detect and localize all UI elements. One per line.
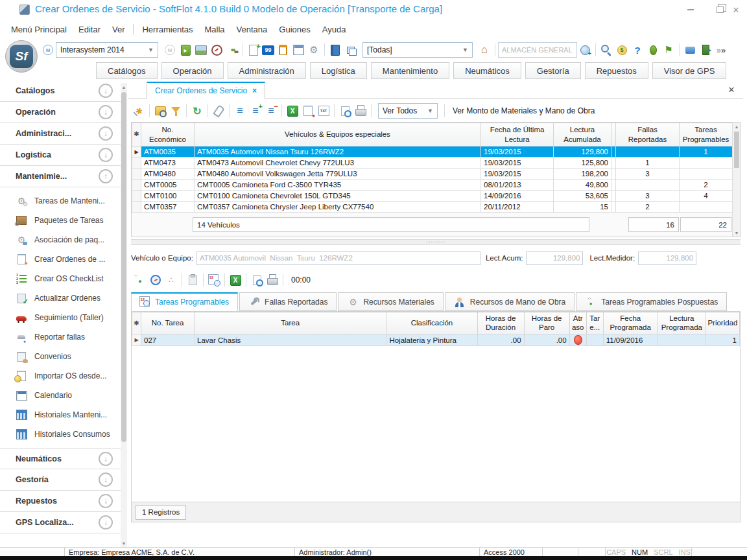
cell-no[interactable]: ATM0480 [141,169,195,180]
new-document-icon[interactable] [246,43,261,57]
tab-mantenimiento[interactable]: Mantenimiento [371,62,449,79]
col-tare[interactable]: Tare... [586,312,603,334]
menu-ayuda[interactable]: Ayuda [316,23,352,36]
route-points-icon[interactable] [164,273,178,287]
col-fecha-ultima-lectura[interactable]: Fecha de Última Lectura [481,123,554,146]
expand-groups-icon[interactable] [248,104,263,118]
sidebar-item-calendario[interactable]: Calendario [0,386,121,405]
menu-guiones[interactable]: Guiones [273,23,316,36]
search-folder-icon[interactable] [153,104,167,118]
tab-administracion[interactable]: Administración [228,62,306,79]
col-clasificacion[interactable]: Clasificación [386,312,477,334]
export-txt-icon[interactable] [316,104,331,118]
tab-visor-gps[interactable]: Visor de GPS [652,62,727,79]
cell-lectura[interactable]: 129,800 [554,146,611,158]
toolbar-overflow-icon[interactable]: » [714,43,728,57]
cell-fecha[interactable]: 19/03/2015 [481,158,554,169]
cell-desc[interactable]: ATM0480 Automovil Volkswagen Jetta 779UL… [195,169,481,180]
tab-recursos-mano-obra[interactable]: Recursos de Mano de Obra [445,292,575,311]
row-indicator-header[interactable]: ✱ [132,123,141,146]
export-excel-icon[interactable] [228,273,243,287]
cell-lectura[interactable]: 125,800 [554,158,611,169]
schedule-clock-icon[interactable] [148,273,163,287]
print-icon[interactable] [353,104,368,118]
col-fecha-programada[interactable]: Fecha Programada [603,312,658,334]
cell-desc[interactable]: ATM0473 Automovil Chevrolet Chevy 772ULU… [195,158,481,169]
view-filter-select[interactable]: Ver Todos ▼ [378,103,438,119]
cell-atraso[interactable] [569,334,586,346]
tab-logistica[interactable]: Logística [310,62,367,79]
filter-icon[interactable] [169,104,183,118]
attachment-icon[interactable] [211,104,226,118]
sidebar-item-paquetes-tareas[interactable]: Paquetes de Tareas [0,211,121,230]
cell-desc[interactable]: ATM0035 Automovil Nissan Tsuru 126RWZ2 [195,146,481,158]
sidebar-item-importar-os[interactable]: Importar OS desde... [0,366,121,386]
cell-no[interactable]: CMT0100 [141,191,195,202]
cell-fecha[interactable]: 19/03/2015 [481,169,554,180]
cell-no[interactable]: ATM0035 [141,146,195,158]
cell-no[interactable]: CMT0357 [141,202,195,213]
cell-lectura[interactable]: 15 [554,202,611,213]
sidebar-scrollbar[interactable]: ▲ ▼ [121,83,127,547]
tab-close-icon[interactable]: × [252,86,257,95]
document-area-close-icon[interactable]: ✕ [726,84,737,95]
cell-tareas[interactable]: 2 [680,180,733,191]
gear-icon[interactable] [307,43,321,57]
cell-clasificacion[interactable]: Hojalateria y Pintura [386,334,477,346]
cell-fecha[interactable]: 19/03/2015 [481,146,554,158]
cell-fallas[interactable]: 1 [616,158,680,169]
tab-tareas-pospuestas[interactable]: Tareas Programables Pospuestas [576,292,727,311]
tab-recursos-materiales[interactable]: Recursos Materiales [338,292,443,311]
col-horas-duracion[interactable]: Horas de Duración [477,312,524,334]
vehicles-grid-scrollbar[interactable]: ▲ ▼ [732,122,740,237]
cell-tareas[interactable] [680,158,733,169]
tab-fallas-reportadas[interactable]: Fallas Reportadas [239,292,337,311]
col-tareas-programables[interactable]: Tareas Programables [680,123,733,146]
sidebar-section-catalogos[interactable]: Catálogos [0,80,121,102]
image-icon[interactable] [194,43,208,57]
cell-fecha[interactable]: 08/01/2013 [481,180,554,191]
tab-gestoria[interactable]: Gestoría [525,62,581,79]
tab-catalogos[interactable]: Catálogos [96,62,158,79]
lect-acum-field[interactable] [526,251,583,265]
sidebar-item-actualizar-ordenes[interactable]: Actualizar Ordenes [0,288,121,308]
vehicle-row-cmt0357[interactable]: CMT0357 CMT0357 Camioneta Chrysler Jeep … [132,202,733,213]
refresh-icon[interactable] [190,104,204,118]
tab-repuestos[interactable]: Repuestos [585,62,648,79]
row-indicator[interactable] [132,202,141,213]
vehicle-row-atm0480[interactable]: ATM0480 ATM0480 Automovil Volkswagen Jet… [132,169,733,180]
wizard-wand-icon[interactable] [132,104,146,118]
sidebar-section-neumaticos[interactable]: Neumáticos [0,448,121,469]
cell-fecha-programada[interactable]: 11/09/2016 [603,334,658,346]
expand-down-icon[interactable] [99,105,113,119]
cell-fallas[interactable] [616,146,680,158]
col-no-economico[interactable]: No. Económico [141,123,195,146]
menu-editar[interactable]: Editar [73,23,106,36]
company-select[interactable]: Interasystem 2014 ▼ [56,42,158,58]
export-excel-icon[interactable] [285,104,300,118]
sidebar-section-logistica[interactable]: Logistica [0,145,121,166]
import-icon[interactable] [178,43,193,57]
home-icon[interactable] [477,43,492,57]
row-indicator[interactable] [132,158,141,169]
col-prioridad[interactable]: Prioridad [706,312,739,334]
cell-tareas[interactable] [680,202,733,213]
grid-window-icon[interactable] [291,43,305,57]
horizontal-splitter[interactable] [131,239,741,245]
cell-fallas[interactable]: 3 [616,169,680,180]
collapse-up-icon[interactable] [99,169,113,183]
view-monto-button[interactable]: Ver Monto de Materiales y Mano de Obra [453,106,595,115]
sidebar-item-asociacion-paquetes[interactable]: Asociación de paq... [0,230,121,250]
cell-tareas[interactable]: 1 [680,146,733,158]
expand-down-icon[interactable] [99,515,113,530]
help-icon[interactable] [630,43,645,57]
sidebar-section-repuestos[interactable]: Repuestos [0,491,121,512]
cell-lectura-programada[interactable] [658,334,706,346]
minimize-button[interactable] [683,4,698,16]
users-icon[interactable] [225,43,239,57]
menu-ver[interactable]: Ver [106,23,131,36]
vehicle-field[interactable] [196,251,480,265]
cell-desc[interactable]: CMT0357 Camioneta Chrysler Jeep Liberty … [195,202,481,213]
scrollbar-thumb[interactable] [121,92,126,442]
cell-tareas[interactable]: 4 [680,191,733,202]
